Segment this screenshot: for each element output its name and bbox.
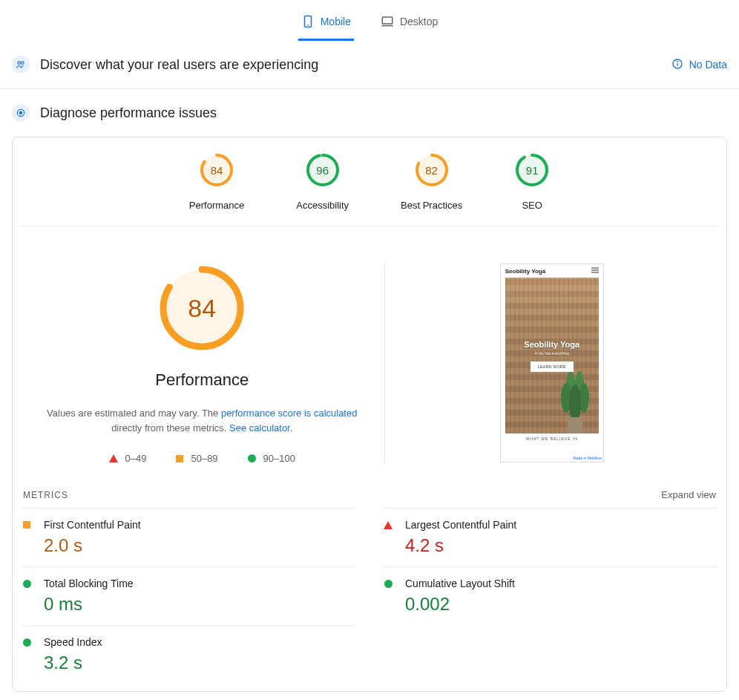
metric-fcp-value: 2.0 s	[44, 535, 356, 556]
tab-mobile[interactable]: Mobile	[298, 9, 354, 41]
svg-point-8	[677, 62, 677, 62]
gauge-seo-label: SEO	[522, 200, 542, 211]
legend-green: 90–100	[248, 453, 295, 464]
metrics-grid: First Contentful Paint 2.0 s Largest Con…	[13, 508, 726, 691]
circle-green-icon	[384, 580, 393, 588]
thumb-hero-sub: A city has everything	[535, 351, 569, 356]
performance-title: Performance	[155, 370, 249, 390]
big-gauge-performance: 84	[157, 264, 246, 353]
gauge-accessibility-score: 96	[305, 152, 341, 188]
metric-si-value: 3.2 s	[44, 652, 356, 673]
triangle-red-icon	[384, 521, 393, 529]
metric-lcp-name: Largest Contentful Paint	[405, 519, 717, 531]
svg-rect-2	[382, 17, 393, 24]
gauge-accessibility[interactable]: 96 Accessibility	[296, 152, 349, 211]
big-gauge-score: 84	[157, 264, 246, 353]
score-calc-link[interactable]: performance score is calculated	[221, 408, 358, 419]
gauge-performance[interactable]: 84 Performance	[189, 152, 244, 211]
metric-fcp-name: First Contentful Paint	[44, 519, 356, 531]
diagnose-panel: 84 Performance 96 Accessibility 82	[12, 137, 727, 692]
gauge-seo[interactable]: 91 SEO	[514, 152, 550, 211]
hamburger-icon	[591, 267, 599, 275]
circle-green-icon	[248, 454, 256, 462]
discover-title: Discover what your real users are experi…	[40, 57, 661, 73]
mobile-icon	[301, 15, 315, 28]
gauge-accessibility-label: Accessibility	[296, 200, 349, 211]
no-data-link[interactable]: No Data	[671, 58, 727, 72]
circle-green-icon	[23, 580, 31, 588]
metric-tbt[interactable]: Total Blocking Time 0 ms	[22, 566, 356, 625]
metric-cls-value: 0.002	[405, 594, 717, 615]
metrics-title: METRICS	[23, 490, 68, 500]
gauge-performance-label: Performance	[189, 200, 244, 211]
diagnose-title: Diagnose performance issues	[40, 105, 727, 121]
thumb-hero-title: Seobility Yoga	[524, 340, 579, 349]
info-icon	[671, 58, 683, 72]
gauge-performance-score: 84	[199, 152, 234, 188]
gauge-best-practices[interactable]: 82 Best Practices	[401, 152, 462, 211]
expand-view-link[interactable]: Expand view	[661, 489, 716, 500]
plant-graphic	[559, 367, 591, 434]
device-tabs: Mobile Desktop	[0, 0, 739, 41]
performance-description: Values are estimated and may vary. The p…	[46, 406, 358, 435]
tab-desktop-label: Desktop	[400, 16, 438, 27]
thumb-brand: Seobility Yoga	[505, 268, 545, 275]
gauges-row: 84 Performance 96 Accessibility 82	[20, 137, 719, 226]
legend-orange: 50–89	[176, 453, 217, 464]
metric-cls-name: Cumulative Layout Shift	[405, 578, 717, 589]
thumb-footer: WHAT WE BELIEVE IN	[501, 436, 603, 441]
triangle-red-icon	[109, 454, 118, 462]
diagnose-section-header: Diagnose performance issues	[0, 89, 739, 137]
metric-tbt-name: Total Blocking Time	[44, 578, 356, 589]
legend-red: 0–49	[109, 453, 147, 464]
tab-desktop[interactable]: Desktop	[378, 9, 441, 41]
tab-mobile-label: Mobile	[321, 16, 351, 27]
page-screenshot-thumbnail[interactable]: Seobility Yoga Seobility Yoga A city has…	[500, 264, 604, 462]
svg-point-10	[19, 111, 22, 114]
score-legend: 0–49 50–89 90–100	[109, 453, 295, 464]
metric-tbt-value: 0 ms	[44, 594, 356, 615]
svg-point-5	[22, 62, 24, 65]
see-calculator-link[interactable]: See calculator	[229, 422, 290, 434]
desktop-icon	[381, 15, 394, 28]
metric-fcp[interactable]: First Contentful Paint 2.0 s	[22, 508, 356, 566]
gauge-seo-score: 91	[514, 152, 550, 188]
metric-lcp[interactable]: Largest Contentful Paint 4.2 s	[383, 508, 717, 566]
metric-si[interactable]: Speed Index 3.2 s	[22, 625, 356, 684]
gauge-best-practices-score: 82	[414, 152, 450, 188]
svg-point-4	[18, 62, 21, 65]
metrics-header: METRICS Expand view	[13, 482, 726, 508]
square-orange-icon	[176, 455, 183, 462]
diagnose-icon	[12, 104, 30, 122]
thumb-webflow-badge: Made in Webflow	[573, 456, 601, 460]
discover-section-header: Discover what your real users are experi…	[0, 41, 739, 89]
users-icon	[12, 56, 30, 73]
no-data-label: No Data	[689, 59, 727, 71]
metric-si-name: Speed Index	[44, 636, 356, 648]
metric-cls[interactable]: Cumulative Layout Shift 0.002	[383, 566, 717, 625]
gauge-best-practices-label: Best Practices	[401, 200, 462, 211]
thumb-hero-button: LEARN MORE	[531, 362, 574, 372]
circle-green-icon	[23, 638, 31, 647]
metric-lcp-value: 4.2 s	[405, 535, 717, 556]
performance-detail: 84 Performance Values are estimated and …	[13, 226, 726, 482]
square-orange-icon	[23, 521, 30, 529]
